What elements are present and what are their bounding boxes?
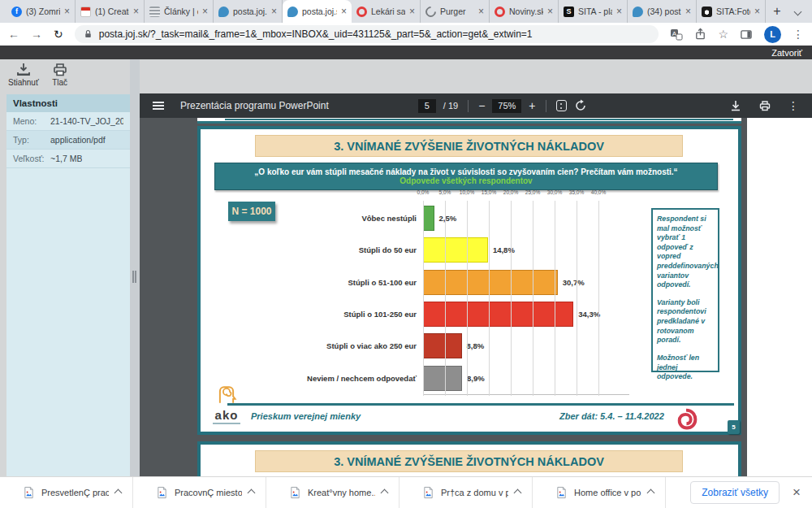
download-chevron-icon[interactable] bbox=[647, 488, 655, 497]
browser-window: f(3) Zomri×(1) Creato×Články | e×posta.j… bbox=[0, 0, 812, 508]
jpg-file-icon bbox=[422, 486, 434, 499]
translate-icon[interactable]: A bbox=[670, 28, 683, 41]
browser-menu-icon[interactable]: ⋮ bbox=[793, 28, 804, 41]
pdf-print-icon[interactable] bbox=[758, 99, 771, 112]
address-input[interactable]: posta.joj.sk/?_task=mail&_frame=1&_mbox=… bbox=[75, 25, 659, 43]
property-label: Veľkosť: bbox=[13, 154, 50, 163]
bar bbox=[423, 333, 462, 358]
download-item[interactable]: Pr†ca z domu v p....jpg bbox=[400, 477, 533, 508]
reload-icon[interactable]: ↻ bbox=[54, 28, 63, 41]
browser-tab[interactable]: (1) Creato× bbox=[76, 0, 145, 23]
browser-tab[interactable]: posta.joj.s× bbox=[283, 0, 352, 23]
tab-close-icon[interactable]: × bbox=[478, 6, 484, 17]
download-item[interactable]: PracovnÇ miesto....jpg bbox=[133, 477, 266, 508]
tab-close-icon[interactable]: × bbox=[271, 6, 277, 17]
zoom-out-icon[interactable]: − bbox=[478, 99, 485, 112]
browser-tab[interactable]: f(3) Zomri× bbox=[6, 0, 76, 23]
profile-avatar[interactable]: L bbox=[764, 26, 781, 43]
download-item[interactable]: PresvetlenÇ prac....jpg bbox=[0, 477, 133, 508]
tab-close-icon[interactable]: × bbox=[754, 6, 760, 17]
pdf-more-icon[interactable]: ⋮ bbox=[788, 99, 799, 112]
bar bbox=[423, 237, 488, 263]
next-slide-title: 3. VNÍMANÉ ZVÝŠENIE ŽIVOTNÝCH NÁKLADOV bbox=[255, 450, 683, 472]
show-all-downloads-button[interactable]: Zobraziť všetky bbox=[690, 481, 780, 504]
fb-favicon: f bbox=[11, 7, 22, 17]
note-paragraph: Možnosť len jednej odpovede. bbox=[657, 354, 714, 382]
attachment-view: Stiahnuť Tlač Vlastnosti Meno:21-140-TV_… bbox=[0, 59, 812, 476]
tab-close-icon[interactable]: × bbox=[202, 6, 208, 17]
slide-title: 3. VNÍMANÉ ZVÝŠENIE ŽIVOTNÝCH NÁKLADOV bbox=[255, 135, 683, 157]
new-tab-button[interactable]: + bbox=[766, 0, 788, 23]
pdf-menu-icon[interactable] bbox=[153, 102, 164, 110]
property-label: Typ: bbox=[13, 135, 50, 145]
download-item[interactable]: Kreat°vny home....jpg bbox=[266, 477, 400, 508]
browser-tab[interactable]: Noviny.sk× bbox=[490, 0, 559, 23]
x-tick-label: 40,0% bbox=[587, 189, 610, 195]
tab-close-icon[interactable]: × bbox=[64, 6, 70, 17]
tab-title: Články | e bbox=[164, 7, 198, 16]
value-label: 8,8% bbox=[467, 341, 485, 350]
zoom-level[interactable]: 75% bbox=[492, 99, 521, 113]
x-tick-label: 30,0% bbox=[543, 189, 566, 195]
tab-close-icon[interactable]: × bbox=[547, 6, 553, 17]
download-filename: Pr†ca z domu v p....jpg bbox=[441, 488, 508, 497]
chart-row: Neviem / nechcem odpovedať8,9% bbox=[275, 362, 641, 393]
tab-close-icon[interactable]: × bbox=[616, 6, 622, 17]
category-label: Stúpli o viac ako 250 eur bbox=[275, 341, 423, 350]
forward-icon[interactable]: → bbox=[31, 28, 42, 41]
download-items: PresvetlenÇ prac....jpgPracovnÇ miesto..… bbox=[0, 477, 666, 508]
browser-tab[interactable]: SSITA - pla× bbox=[559, 0, 628, 23]
back-icon[interactable]: ← bbox=[8, 28, 19, 41]
chart-rows: Vôbec nestúpli2,5%Stúpli do 50 eur14,8%S… bbox=[275, 202, 641, 394]
url-bar: ← → ↻ posta.joj.sk/?_task=mail&_frame=1&… bbox=[0, 23, 812, 46]
property-value: application/pdf bbox=[50, 135, 106, 145]
close-attachment-button[interactable]: Zatvoriť bbox=[771, 48, 802, 58]
browser-tab[interactable]: Články | e× bbox=[145, 0, 214, 23]
page-number-input[interactable]: 5 bbox=[418, 99, 436, 113]
jpg-file-icon bbox=[23, 486, 35, 499]
bar-chart: Vôbec nestúpli2,5%Stúpli do 50 eur14,8%S… bbox=[275, 189, 641, 409]
tab-close-icon[interactable]: × bbox=[409, 6, 415, 17]
panel-splitter[interactable] bbox=[130, 59, 140, 476]
pdf-download-icon[interactable] bbox=[729, 99, 742, 112]
splitter-handle[interactable] bbox=[132, 271, 134, 283]
download-filename: PresvetlenÇ prac....jpg bbox=[41, 488, 109, 497]
tab-title: Lekári sa bbox=[371, 7, 405, 16]
pdf-stage[interactable]: 3. VNÍMANÉ ZVÝŠENIE ŽIVOTNÝCH NÁKLADOV „… bbox=[140, 118, 747, 476]
zoom-in-icon[interactable]: + bbox=[529, 99, 535, 112]
tab-close-icon[interactable]: × bbox=[341, 6, 347, 17]
tab-overflow-chevron-icon[interactable] bbox=[794, 8, 802, 16]
tab-title: Noviny.sk bbox=[509, 7, 543, 16]
attachment-header-bar: Zatvoriť bbox=[0, 46, 812, 59]
x-tick-label: 20,0% bbox=[499, 189, 522, 195]
downloads-close-icon[interactable]: × bbox=[793, 484, 801, 501]
browser-tab[interactable]: Lekári sa× bbox=[352, 0, 421, 23]
chart-row: Vôbec nestúpli2,5% bbox=[275, 202, 641, 234]
tab-close-icon[interactable]: × bbox=[685, 6, 691, 17]
browser-tab[interactable]: SITA:Foto× bbox=[697, 0, 766, 23]
rotate-icon[interactable] bbox=[574, 99, 587, 112]
chart-row: Stúpli o viac ako 250 eur8,8% bbox=[275, 330, 641, 362]
print-attachment-button[interactable]: Tlač bbox=[52, 63, 68, 87]
fit-page-icon[interactable] bbox=[556, 100, 567, 111]
download-attachment-button[interactable]: Stiahnuť bbox=[8, 63, 39, 87]
download-chevron-icon[interactable] bbox=[248, 488, 256, 497]
share-icon[interactable] bbox=[694, 28, 706, 41]
x-tick-label: 10,0% bbox=[456, 189, 478, 195]
bookmark-star-icon[interactable]: ☆ bbox=[718, 28, 728, 41]
download-chevron-icon[interactable] bbox=[514, 488, 522, 497]
browser-tab[interactable]: (34) post× bbox=[628, 0, 697, 23]
download-chevron-icon[interactable] bbox=[114, 488, 123, 497]
ring-favicon bbox=[356, 7, 367, 17]
previous-slide-edge bbox=[197, 118, 741, 124]
bar bbox=[423, 206, 434, 231]
download-item[interactable]: Home office v po....jpg bbox=[533, 477, 666, 508]
property-row: Veľkosť:~1,7 MB bbox=[6, 150, 130, 168]
download-chevron-icon[interactable] bbox=[381, 488, 389, 497]
category-label: Neviem / nechcem odpovedať bbox=[275, 374, 423, 383]
side-panel-icon[interactable] bbox=[740, 28, 753, 41]
browser-tab[interactable]: Purger× bbox=[421, 0, 490, 23]
gridline bbox=[598, 201, 599, 396]
browser-tab[interactable]: posta.joj.s× bbox=[214, 0, 283, 23]
tab-close-icon[interactable]: × bbox=[133, 6, 139, 17]
